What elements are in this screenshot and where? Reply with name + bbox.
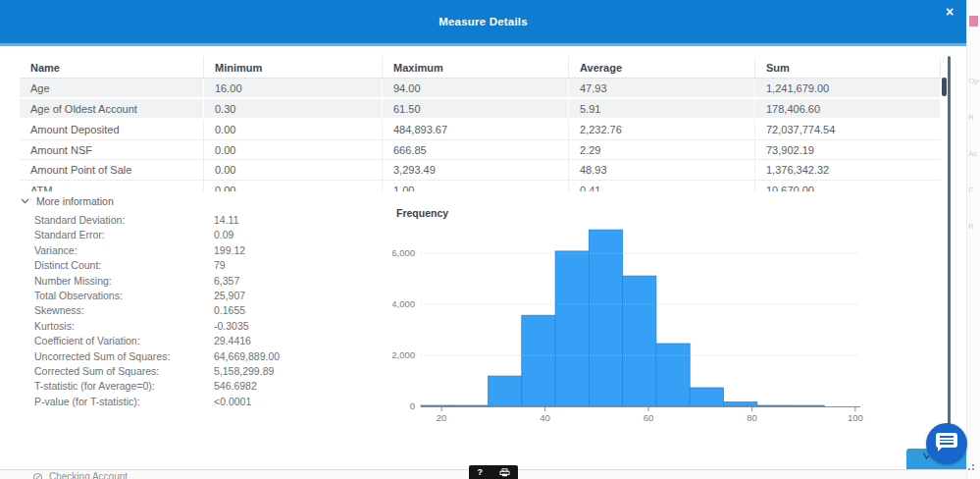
histogram-bar[interactable] [623,276,656,406]
table-row[interactable]: Age16.0094.0047.931,241,679.00 [20,79,941,99]
histogram-bar[interactable] [454,405,488,406]
histogram-bar[interactable] [421,405,454,406]
histogram-bar[interactable] [555,251,589,406]
background-text-fragment: Ac [968,149,977,158]
chat-bubble-icon [936,433,957,448]
column-header-maximum[interactable]: Maximum [383,57,569,78]
cell-min: 16.00 [204,79,383,97]
stat-value: 546.6982 [214,380,257,392]
y-tick-label: 4,000 [392,298,415,309]
cell-sum: 1,376,342.32 [755,160,941,180]
cell-max: 3,293.49 [383,160,569,180]
histogram-bar[interactable] [522,315,555,406]
stat-label: P-value (for T-statistic): [34,395,214,409]
statistics-list: Standard Deviation:14.11Standard Error:0… [34,213,280,409]
histogram-bar[interactable] [791,405,824,406]
chevron-down-icon [21,198,29,204]
stat-row: Total Observations:25,907 [34,289,280,303]
table-row[interactable]: Age of Oldest Account0.3061.505.91178,40… [20,99,941,120]
stat-label: Kurtosis: [34,319,214,334]
measure-icon [32,472,43,479]
stat-row: T-statistic (for Average=0):546.6982 [34,379,280,394]
stat-value: 64,669,889.00 [214,350,280,362]
table-row[interactable]: Amount NSF0.00666.852.2973,902.19 [20,140,941,161]
table-row[interactable]: Amount Deposited0.00484,893.672,232.7672… [20,120,941,140]
cell-avg: 0.41 [569,181,755,192]
cell-name: Age [20,79,204,97]
stat-row: Variance:199.12 [34,243,280,258]
resize-grip-dot[interactable] [972,468,974,470]
stat-row: Skewness:0.1655 [34,303,280,318]
table-header-row: NameMinimumMaximumAverageSum [20,57,941,79]
cell-avg: 5.91 [569,99,755,118]
stat-label: Skewness: [34,303,214,318]
stat-row: P-value (for T-statistic):<0.0001 [34,395,280,409]
resize-grip-dot[interactable] [972,464,974,466]
printer-icon[interactable] [499,468,510,477]
cell-min: 0.00 [204,181,383,192]
background-page-strip: OpRAcFR [966,0,980,479]
stat-label: Corrected Sum of Squares: [34,364,214,379]
x-tick-label: 80 [747,412,757,423]
stat-value: 5,158,299.89 [214,365,274,377]
resize-grip-dot[interactable] [968,468,970,470]
histogram-bar[interactable] [589,230,622,406]
dataset-tab[interactable]: Checking Account [32,471,128,479]
cell-sum: 10,670.00 [755,181,941,192]
help-box[interactable]: ? [469,465,518,479]
x-tick-label: 20 [437,412,447,423]
cell-sum: 1,241,679.00 [755,79,941,97]
table-body: Age16.0094.0047.931,241,679.00Age of Old… [20,79,941,191]
stat-value: 14.11 [214,214,239,226]
y-tick-label: 6,000 [392,247,415,258]
background-icon-fragment [969,16,978,27]
table-row[interactable]: ATM0.001.000.4110,670.00 [20,181,941,192]
stat-value: 0.1655 [214,304,245,316]
cell-avg: 2.29 [569,140,755,160]
stat-label: Number Missing: [34,274,214,289]
stat-row: Standard Error:0.09 [34,228,280,242]
stat-value: -0.3035 [214,320,249,332]
stat-label: Total Observations: [34,289,214,303]
cell-min: 0.00 [204,120,383,139]
cell-max: 94.00 [383,79,569,97]
histogram-bar[interactable] [489,376,522,406]
histogram-bar[interactable] [724,402,757,406]
stat-label: Distinct Count: [34,258,214,273]
chat-button[interactable] [926,423,967,464]
cell-max: 666.85 [383,140,569,160]
cell-name: Amount Deposited [20,120,204,139]
more-information-toggle[interactable]: More information [21,195,114,207]
dialog-title: Measure Details [0,0,966,43]
y-tick-label: 0 [410,400,415,411]
histogram-bar[interactable] [656,344,690,406]
cell-max: 1.00 [383,181,569,192]
cell-min: 0.00 [204,140,383,160]
y-tick-label: 2,000 [392,349,415,360]
stat-label: T-statistic (for Average=0): [34,379,214,394]
cell-name: Amount Point of Sale [20,160,204,180]
column-header-average[interactable]: Average [569,57,755,78]
histogram-bar[interactable] [690,388,723,406]
stat-row: Corrected Sum of Squares:5,158,299.89 [34,364,280,379]
cell-max: 484,893.67 [383,120,569,139]
stat-row: Number Missing:6,357 [34,274,280,289]
background-text-fragment: F [968,186,973,194]
cell-avg: 2,232.76 [569,120,755,139]
stat-value: 25,907 [214,290,245,301]
cell-min: 0.00 [204,160,383,180]
table-scrollbar-thumb[interactable] [942,78,947,96]
stat-row: Uncorrected Sum of Squares:64,669,889.00 [34,349,280,364]
cell-sum: 72,037,774.54 [755,120,941,139]
column-header-sum[interactable]: Sum [755,57,941,78]
histogram-bar[interactable] [757,405,791,406]
cell-avg: 48.93 [569,160,755,180]
background-text-fragment: R [968,113,974,122]
column-header-name[interactable]: Name [20,57,204,78]
stat-label: Standard Deviation: [34,213,214,228]
stat-value: <0.0001 [214,396,251,407]
close-icon[interactable]: × [941,3,958,21]
column-header-minimum[interactable]: Minimum [204,57,383,78]
table-row[interactable]: Amount Point of Sale0.003,293.4948.931,3… [20,160,941,181]
stat-label: Coefficient of Variation: [34,334,214,348]
